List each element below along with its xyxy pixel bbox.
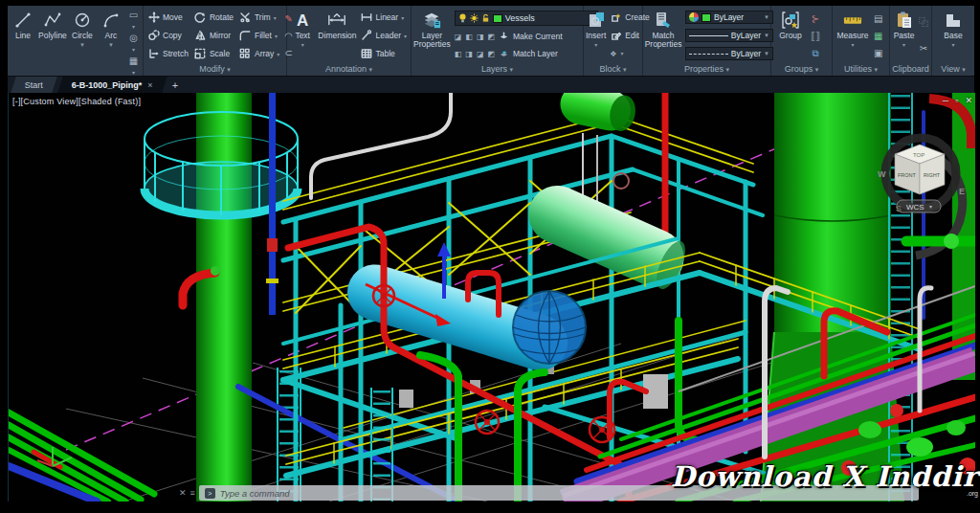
quick-calc-icon[interactable]: ▦ <box>874 31 882 41</box>
panel-label-properties[interactable]: Properties ▾ <box>645 63 768 76</box>
copy-button[interactable]: Copy <box>147 29 189 42</box>
panel-label-layers[interactable]: Layers ▾ <box>413 63 581 76</box>
match-properties-icon <box>654 11 673 30</box>
ellipse-tool-icon[interactable]: ◎ ▾ <box>127 33 140 56</box>
paste-button[interactable]: Paste▾ <box>892 8 916 63</box>
tab-drawing[interactable]: 6-B-1000_Piping* × <box>57 77 167 93</box>
panel-groups: Group ⊱ ⟦⟧ ⧉ Groups ▾ <box>771 6 833 76</box>
copy-clip-icon[interactable]: ⿻ <box>919 17 928 28</box>
drawing-canvas[interactable]: W S E TOP FRONT RIGHT WCS ▾ [-][Custom V… <box>8 93 974 502</box>
dropdown-arrow-icon[interactable]: ▼ <box>764 14 769 20</box>
close-button[interactable]: ✕ <box>965 96 972 105</box>
line-button[interactable]: Line <box>10 8 36 80</box>
linetype-dropdown[interactable]: ByLayer ▼ <box>685 47 773 60</box>
match-layer-label[interactable]: Match Layer <box>513 49 558 58</box>
insert-button[interactable]: Insert▾ <box>586 8 606 63</box>
rotate-button[interactable]: Rotate <box>194 11 234 24</box>
rotate-icon <box>194 11 207 24</box>
panel-label-annotation[interactable]: Annotation ▾ <box>289 63 409 76</box>
match-properties-button[interactable]: Match Properties <box>645 8 681 63</box>
arc-button[interactable]: Arc ▼ <box>98 8 124 80</box>
table-button[interactable]: Table <box>361 47 407 60</box>
command-customize-icon[interactable]: ≡ <box>190 488 195 498</box>
lineweight-dropdown[interactable]: ByLayer ▼ <box>685 29 773 42</box>
viewcube-top-label: TOP <box>913 152 924 158</box>
piping-3d-scene[interactable]: W S E TOP FRONT RIGHT WCS ▾ <box>9 93 975 502</box>
layer-properties-button[interactable]: Layer Properties <box>413 8 451 63</box>
green-process-column[interactable] <box>196 93 252 502</box>
rectangle-tool-icon[interactable]: ▭ ▾ <box>127 10 140 33</box>
base-button[interactable]: Base▾ <box>934 8 972 63</box>
leader-button[interactable]: Leader ▾ <box>361 29 407 42</box>
dropdown-arrow-icon[interactable]: ▼ <box>108 41 114 50</box>
layer-color-swatch[interactable] <box>493 14 502 23</box>
new-tab-button[interactable]: + <box>165 77 186 93</box>
color-value: ByLayer <box>714 12 761 22</box>
minimize-button[interactable]: ─ <box>943 96 948 105</box>
linear-button[interactable]: Linear ▾ <box>361 11 407 24</box>
compass-east-label[interactable]: E <box>959 187 965 196</box>
array-button[interactable]: Array ▾ <box>239 47 279 60</box>
hatch-tool-icon[interactable]: ▦ ▾ <box>127 56 140 78</box>
array-icon <box>239 48 252 60</box>
make-current-label[interactable]: Make Current <box>513 32 563 41</box>
stretch-button[interactable]: Stretch <box>147 47 189 60</box>
tab-start[interactable]: Start <box>11 77 57 93</box>
dimension-icon <box>327 11 346 30</box>
trim-button[interactable]: Trim ▾ <box>239 11 279 24</box>
mirror-button[interactable]: Mirror <box>194 29 234 42</box>
group-icon <box>781 11 800 30</box>
compass-west-label[interactable]: W <box>878 169 886 179</box>
lineweight-value: ByLayer <box>731 31 761 40</box>
text-button[interactable]: A Text▾ <box>289 8 316 63</box>
match-layer-icon <box>498 48 510 60</box>
panel-label-utilities[interactable]: Utilities ▾ <box>835 63 887 76</box>
panel-label-view[interactable]: View ▾ <box>934 63 972 76</box>
copy-icon <box>147 30 160 42</box>
tab-close-icon[interactable]: × <box>148 80 153 90</box>
fillet-button[interactable]: Fillet ▾ <box>239 29 279 42</box>
object-color-dropdown[interactable]: ByLayer ▼ <box>685 11 773 24</box>
viewport-controls-label[interactable]: [-][Custom View][Shaded (Fast)] <box>12 97 141 106</box>
line-label: Line <box>15 32 31 40</box>
group-edit-icon[interactable]: ⟦⟧ <box>811 31 820 41</box>
layer-on-bulb-icon[interactable] <box>458 13 467 23</box>
dropdown-arrow-icon[interactable]: ▼ <box>764 33 769 38</box>
wcs-dropdown-arrow-icon[interactable]: ▾ <box>929 204 932 210</box>
dimension-button[interactable]: Dimension <box>318 8 356 63</box>
polyline-icon <box>43 11 62 30</box>
layer-freeze-sun-icon[interactable] <box>470 13 479 23</box>
panel-label-groups[interactable]: Groups ▾ <box>773 63 830 76</box>
layer-state-icons[interactable]: ◪◧◨◩ <box>455 33 495 41</box>
cut-clip-icon[interactable]: ✂ <box>919 43 928 54</box>
layer-dropdown[interactable]: Vessels ▼ <box>455 11 598 26</box>
restore-button[interactable]: ▫ <box>955 96 958 105</box>
command-close-icon[interactable]: ✕ <box>179 488 187 498</box>
panel-label-clipboard[interactable]: Clipboard <box>892 63 929 76</box>
command-placeholder: Type a command <box>220 488 290 499</box>
panel-utilities: Measure▾ ▤ ▦ ▣ Utilities ▾ <box>833 6 890 76</box>
circle-label: Circle <box>72 32 93 40</box>
scale-icon <box>194 48 207 60</box>
polyline-label: Polyline <box>38 32 67 40</box>
quick-select-icon[interactable]: ▤ <box>874 13 882 24</box>
panel-label-modify[interactable]: Modify ▾ <box>145 63 284 76</box>
dropdown-arrow-icon[interactable]: ▼ <box>764 51 769 56</box>
measure-button[interactable]: Measure▾ <box>835 8 871 63</box>
make-current-icon <box>498 31 510 43</box>
polyline-button[interactable]: Polyline <box>38 8 67 80</box>
layer-state-icons[interactable]: ◧◨◪◩ <box>455 50 495 58</box>
panel-label-block[interactable]: Block ▾ <box>586 63 640 76</box>
move-button[interactable]: Move <box>147 11 189 24</box>
ungroup-icon[interactable]: ⊱ <box>811 13 820 24</box>
layer-lock-icon[interactable] <box>481 13 490 23</box>
draw-extra-tools: ▭ ▾ ◎ ▾ ▦ ▾ <box>126 8 141 80</box>
group-button[interactable]: Group <box>773 8 808 63</box>
dropdown-arrow-icon[interactable]: ▼ <box>79 41 85 50</box>
circle-button[interactable]: Circle ▼ <box>69 8 96 80</box>
scale-button[interactable]: Scale <box>194 47 234 60</box>
table-icon <box>361 48 373 60</box>
group-select-icon[interactable]: ⧉ <box>811 48 820 58</box>
id-point-icon[interactable]: ▣ <box>874 48 882 58</box>
column-nozzle <box>211 266 220 276</box>
